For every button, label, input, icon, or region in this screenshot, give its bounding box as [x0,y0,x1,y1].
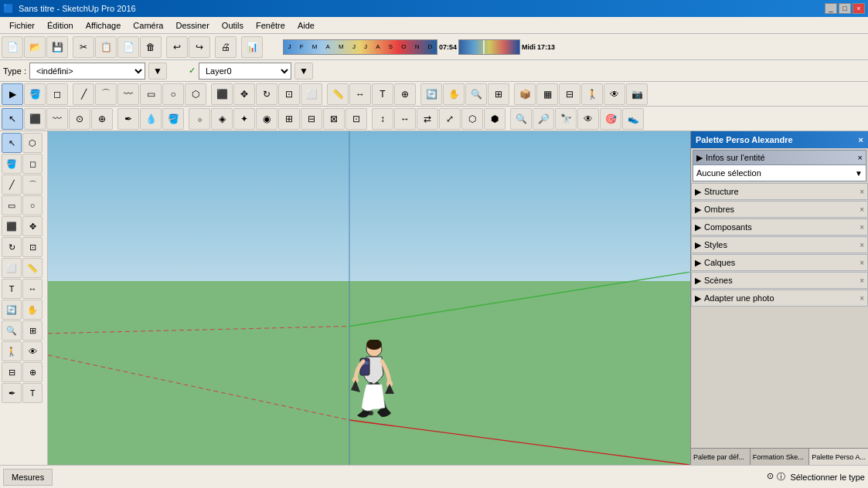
left-circle-btn[interactable]: ○ [22,195,43,215]
left-select-btn[interactable]: ↖ [2,133,22,153]
structure-section[interactable]: ▶ Structure × [691,183,868,200]
rect-tool-btn[interactable]: ▭ [140,83,162,105]
ext14-btn[interactable]: ⬢ [484,108,505,130]
layer-browse-button[interactable]: ▼ [294,63,313,80]
menu-edition[interactable]: Édition [41,19,80,32]
model-info-button[interactable]: 📊 [241,36,263,58]
palette-header[interactable]: Palette Perso Alexandre × [691,131,868,148]
left-text-btn[interactable]: T [2,279,22,299]
menu-fenetre[interactable]: Fenêtre [250,19,291,32]
ext18-btn[interactable]: 👁 [577,108,599,130]
move-tool-btn[interactable]: ✥ [233,83,255,105]
left-scale-btn[interactable]: ⊡ [22,237,43,257]
tab-palette-def[interactable]: Palette par déf... [691,449,751,465]
left-line-btn[interactable]: ╱ [2,175,22,195]
polygon-tool-btn[interactable]: ⬡ [185,83,206,105]
menu-affichage[interactable]: Affichage [80,19,128,32]
left-section-btn[interactable]: ⊟ [2,362,22,382]
left-look-btn[interactable]: 👁 [22,341,43,361]
solid-tool-btn[interactable]: ⬛ [24,108,46,130]
ext20-btn[interactable]: 👟 [622,108,644,130]
scenes-close-icon[interactable]: × [859,276,864,285]
left-move-btn[interactable]: ✥ [22,216,43,236]
camera-tool-btn[interactable]: 📷 [626,83,648,105]
left-extra1-btn[interactable]: ✒ [2,383,22,403]
paint-tool-btn[interactable]: 🪣 [24,83,46,105]
adapter-close-icon[interactable]: × [859,294,864,303]
left-orbit-btn[interactable]: 🔄 [2,300,22,320]
ext2-btn[interactable]: ◈ [211,108,233,130]
scale-tool-btn[interactable]: ⊡ [278,83,300,105]
pan-tool-btn[interactable]: ✋ [443,83,465,105]
ext6-btn[interactable]: ⊟ [301,108,322,130]
composants-section[interactable]: ▶ Composants × [691,219,868,236]
redo-button[interactable]: ↪ [189,36,210,58]
save-button[interactable]: 💾 [46,36,68,58]
infos-header[interactable]: ▶ Infos sur l'entité × [693,150,866,165]
line-tool-btn[interactable]: ╱ [73,83,94,105]
left-extra2-btn[interactable]: T [22,383,43,403]
undo-button[interactable]: ↩ [166,36,188,58]
dim-tool-btn[interactable]: ↔ [349,83,371,105]
zoom-tool-btn[interactable]: 🔍 [465,83,487,105]
left-axis-btn[interactable]: ⊕ [22,362,43,382]
menu-outils[interactable]: Outils [216,19,250,32]
erase-button[interactable]: 🗑 [140,36,162,58]
section-tool-btn[interactable]: ⊟ [559,83,580,105]
new-button[interactable]: 📄 [2,36,23,58]
left-dim-btn[interactable]: ↔ [22,279,43,299]
left-zoom-btn[interactable]: 🔍 [2,320,22,341]
menu-dessiner[interactable]: Dessiner [169,19,215,32]
tab-formation[interactable]: Formation Ske... [751,449,810,465]
component-tool-btn[interactable]: 📦 [514,83,536,105]
zoom-ext-btn[interactable]: ⊞ [488,83,509,105]
ext13-btn[interactable]: ⬡ [461,108,483,130]
look-tool-btn[interactable]: 👁 [604,83,625,105]
menu-fichier[interactable]: Fichier [3,19,41,32]
left-zoomext-btn[interactable]: ⊞ [22,320,43,341]
layer-select[interactable]: Layer0 [199,63,291,80]
left-push-btn[interactable]: ⬛ [2,216,22,236]
calques-close-icon[interactable]: × [859,259,864,267]
orbit-tool-btn[interactable]: 🔄 [420,83,442,105]
intersect-tool-btn[interactable]: ⊕ [91,108,113,130]
ext5-btn[interactable]: ⊞ [278,108,300,130]
type-select[interactable]: <indéfini> [29,63,145,80]
adapter-section[interactable]: ▶ Adapter une photo × [691,290,868,307]
menu-aide[interactable]: Aide [291,19,321,32]
arc-tool-btn[interactable]: ⌒ [95,83,117,105]
arrow-tool-btn[interactable]: ↖ [2,108,23,130]
walk-tool-btn[interactable]: 🚶 [581,83,603,105]
left-rotate-btn[interactable]: ↻ [2,237,22,257]
composants-close-icon[interactable]: × [859,223,864,232]
left-comp-btn[interactable]: ⬡ [22,133,43,153]
ext19-btn[interactable]: 🎯 [600,108,621,130]
left-erase-btn[interactable]: ◻ [22,154,43,174]
ombres-section[interactable]: ▶ Ombres × [691,201,868,218]
left-arc-btn[interactable]: ⌒ [22,175,43,195]
restore-button[interactable]: □ [839,3,851,14]
ext8-btn[interactable]: ⊡ [345,108,367,130]
type-browse-button[interactable]: ▼ [148,63,167,80]
open-button[interactable]: 📂 [24,36,46,58]
copy-button[interactable]: 📋 [95,36,117,58]
bucket2-tool-btn[interactable]: 🪣 [162,108,184,130]
ext4-btn[interactable]: ◉ [256,108,277,130]
menu-camera[interactable]: Caméra [127,19,169,32]
paste-button[interactable]: 📄 [117,36,139,58]
left-paint-btn[interactable]: 🪣 [2,154,22,174]
sandbox-tool-btn[interactable]: 〰 [46,108,68,130]
follow-tool-btn[interactable]: ⊙ [69,108,90,130]
ext11-btn[interactable]: ⇄ [417,108,438,130]
scenes-section[interactable]: ▶ Scènes × [691,272,868,289]
viewport[interactable] [48,131,690,465]
ext1-btn[interactable]: ⬦ [189,108,210,130]
group-tool-btn[interactable]: ▦ [536,83,558,105]
ext10-btn[interactable]: ↔ [394,108,416,130]
ext9-btn[interactable]: ↕ [372,108,393,130]
stamp-tool-btn[interactable]: ✒ [117,108,139,130]
left-rect-btn[interactable]: ▭ [2,195,22,215]
sun-path-bar[interactable]: J F M A M J J A S O N D [283,39,437,55]
tab-palette-perso[interactable]: Palette Perso A... [809,449,868,465]
structure-close-icon[interactable]: × [859,188,864,196]
